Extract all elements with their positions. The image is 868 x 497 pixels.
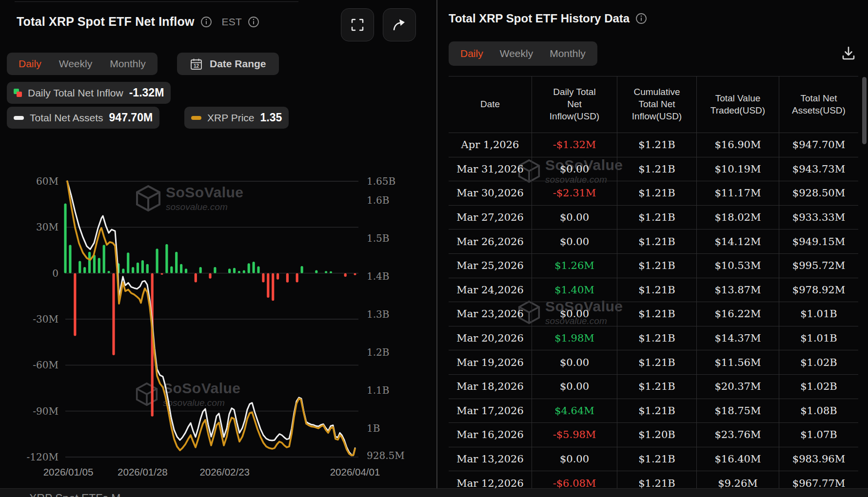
row-value: -$1.32M [532, 133, 617, 157]
row-value: -$2.31M [532, 181, 617, 206]
svg-text:2026/01/05: 2026/01/05 [43, 466, 94, 478]
calendar-icon: 12 [190, 57, 203, 71]
row-value: $933.33M [779, 206, 858, 230]
row-value: $978.92M [779, 278, 858, 303]
svg-text:1.6B: 1.6B [367, 194, 390, 206]
svg-text:-90M: -90M [33, 405, 59, 417]
info-icon[interactable] [248, 16, 259, 28]
row-value: $1.40M [532, 278, 617, 303]
svg-text:1.2B: 1.2B [367, 346, 390, 358]
inflow-legend-icon [14, 89, 22, 97]
row-value: $1.21B [617, 375, 696, 399]
row-date: Mar 30,2026 [449, 181, 532, 206]
row-value: $1.02B [779, 350, 858, 375]
svg-text:1.4B: 1.4B [367, 270, 390, 282]
fullscreen-button[interactable] [341, 8, 374, 41]
row-value: $20.37M [696, 375, 779, 399]
row-value: $0.00 [532, 302, 617, 326]
svg-text:928.5M: 928.5M [367, 450, 405, 461]
cutoff-text: XRP Spot ETFs M [29, 492, 120, 497]
row-value: $0.00 [532, 447, 617, 472]
row-value: $1.21B [617, 229, 696, 254]
row-date: Mar 18,2026 [449, 375, 532, 399]
row-value: $983.96M [779, 447, 858, 472]
row-date: Mar 13,2026 [449, 447, 532, 472]
history-data-table[interactable]: DateDaily Total Net Inflow(USD)Cumulativ… [449, 76, 858, 496]
tab-daily[interactable]: Daily [460, 48, 483, 59]
column-header: Total Net Assets(USD) [779, 76, 858, 133]
legend-label: XRP Price [207, 112, 254, 124]
svg-text:1.3B: 1.3B [367, 308, 390, 320]
row-value: $14.12M [696, 229, 779, 254]
svg-text:-30M: -30M [33, 313, 59, 325]
column-header: Cumulative Total Net Inflow(USD) [617, 76, 696, 133]
legend-value: 947.70M [109, 111, 153, 124]
info-icon[interactable] [200, 16, 212, 28]
row-value: $1.01B [779, 302, 858, 326]
row-value: $1.21B [617, 254, 696, 278]
row-value: $1.21B [617, 157, 696, 182]
table-title: Total XRP Spot ETF History Data [449, 12, 630, 25]
chart-panel-header: Total XRP Spot ETF Net Inflow EST [17, 15, 259, 29]
row-date: Mar 17,2026 [449, 399, 532, 423]
row-value: $16.90M [696, 133, 779, 157]
svg-text:-120M: -120M [27, 451, 59, 463]
svg-text:30M: 30M [36, 221, 59, 233]
row-value: $1.21B [617, 206, 696, 230]
assets-legend-icon [14, 116, 24, 120]
column-header: Daily Total Net Inflow(USD) [532, 76, 617, 133]
date-range-label: Date Range [210, 58, 266, 70]
row-date: Mar 27,2026 [449, 206, 532, 230]
tab-monthly[interactable]: Monthly [110, 58, 146, 70]
row-value: $13.87M [696, 278, 779, 303]
table-panel-header: Total XRP Spot ETF History Data [449, 12, 647, 25]
row-value: $1.26M [532, 254, 617, 278]
chart-title: Total XRP Spot ETF Net Inflow [17, 15, 195, 29]
row-date: Mar 23,2026 [449, 302, 532, 326]
table-scrollbar[interactable] [862, 77, 867, 144]
row-value: $0.00 [532, 350, 617, 375]
sosovalue-logo-icon [136, 382, 158, 406]
download-button[interactable] [839, 43, 858, 63]
row-value: $1.21B [617, 302, 696, 326]
row-value: $995.72M [779, 254, 858, 278]
svg-text:1.65B: 1.65B [367, 175, 395, 187]
info-icon[interactable] [635, 13, 647, 24]
svg-text:0: 0 [52, 268, 59, 279]
download-icon [841, 45, 856, 61]
legend-daily-net-inflow[interactable]: Daily Total Net Inflow -1.32M [7, 82, 171, 104]
watermark: SoSoValuesosovalue.com [136, 380, 241, 408]
legend-label: Daily Total Net Inflow [28, 87, 123, 99]
row-value: $1.21B [617, 181, 696, 206]
row-value: $11.17M [696, 181, 779, 206]
row-value: -$5.98M [532, 423, 617, 447]
share-button[interactable] [383, 8, 416, 41]
svg-text:2026/01/28: 2026/01/28 [118, 466, 168, 478]
column-header: Total Value Traded(USD) [696, 76, 779, 133]
tab-weekly[interactable]: Weekly [500, 48, 533, 59]
row-value: $1.21B [617, 399, 696, 423]
top-hairline [15, 1, 298, 2]
legend-label: Total Net Assets [30, 112, 103, 124]
row-value: $0.00 [532, 206, 617, 230]
date-range-button[interactable]: 12 Date Range [177, 53, 279, 75]
row-date: Mar 19,2026 [449, 350, 532, 375]
row-value: $1.08B [779, 399, 858, 423]
svg-text:1B: 1B [367, 422, 380, 434]
legend-value: 1.35 [260, 111, 282, 124]
svg-text:1.5B: 1.5B [367, 232, 390, 244]
tab-daily[interactable]: Daily [19, 58, 41, 70]
row-value: $10.53M [696, 254, 779, 278]
row-date: Mar 26,2026 [449, 229, 532, 254]
row-value: $1.21B [617, 350, 696, 375]
tab-weekly[interactable]: Weekly [59, 58, 92, 70]
row-value: $0.00 [532, 229, 617, 254]
tab-monthly[interactable]: Monthly [550, 48, 586, 59]
row-value: $947.70M [779, 133, 858, 157]
row-date: Apr 1,2026 [449, 133, 532, 157]
legend-total-net-assets[interactable]: Total Net Assets 947.70M [7, 107, 159, 129]
legend-xrp-price[interactable]: XRP Price 1.35 [184, 107, 289, 129]
timezone-label: EST [222, 16, 242, 28]
chart-period-tabs: Daily Weekly Monthly [7, 53, 158, 75]
row-value: $0.00 [532, 157, 617, 182]
